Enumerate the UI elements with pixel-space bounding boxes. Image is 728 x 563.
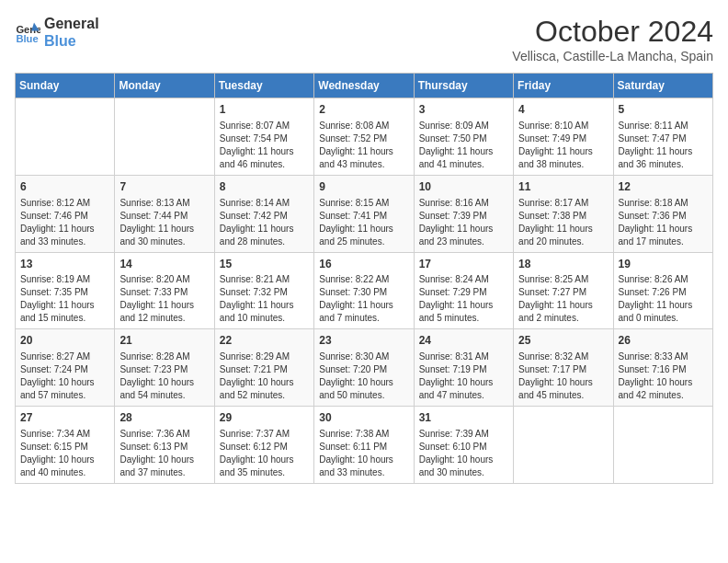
location-subtitle: Vellisca, Castille-La Mancha, Spain: [512, 49, 713, 63]
day-info: Sunrise: 8:25 AMSunset: 7:27 PMDaylight:…: [518, 273, 608, 325]
calendar-day-cell: 3Sunrise: 8:09 AMSunset: 7:50 PMDaylight…: [414, 98, 513, 176]
calendar-week-row: 20Sunrise: 8:27 AMSunset: 7:24 PMDayligh…: [16, 329, 713, 407]
day-number: 14: [119, 257, 209, 272]
day-number: 15: [220, 257, 309, 272]
day-number: 8: [220, 179, 309, 195]
day-info: Sunrise: 8:12 AMSunset: 7:46 PMDaylight:…: [20, 197, 109, 248]
logo-text-blue: Blue: [44, 32, 99, 50]
calendar-day-cell: 21Sunrise: 8:28 AMSunset: 7:23 PMDayligh…: [115, 329, 214, 407]
day-number: 10: [419, 179, 508, 195]
calendar-day-cell: 23Sunrise: 8:30 AMSunset: 7:20 PMDayligh…: [314, 329, 414, 407]
day-info: Sunrise: 8:13 AMSunset: 7:44 PMDaylight:…: [119, 197, 209, 248]
day-info: Sunrise: 8:09 AMSunset: 7:50 PMDaylight:…: [419, 120, 508, 171]
day-info: Sunrise: 8:22 AMSunset: 7:30 PMDaylight:…: [319, 273, 408, 325]
calendar-day-cell: 31Sunrise: 7:39 AMSunset: 6:10 PMDayligh…: [414, 407, 513, 484]
calendar-day-cell: 16Sunrise: 8:22 AMSunset: 7:30 PMDayligh…: [314, 252, 414, 329]
calendar-day-cell: 2Sunrise: 8:08 AMSunset: 7:52 PMDaylight…: [314, 98, 414, 176]
calendar-day-cell: 29Sunrise: 7:37 AMSunset: 6:12 PMDayligh…: [214, 407, 313, 484]
day-number: 13: [20, 257, 109, 272]
day-info: Sunrise: 8:28 AMSunset: 7:23 PMDaylight:…: [119, 350, 209, 402]
page-header: General Blue General Blue October 2024 V…: [15, 15, 713, 63]
title-block: October 2024 Vellisca, Castille-La Manch…: [512, 15, 713, 63]
day-number: 17: [419, 257, 508, 272]
calendar-day-cell: 6Sunrise: 8:12 AMSunset: 7:46 PMDaylight…: [16, 175, 115, 252]
calendar-day-cell: [16, 98, 115, 176]
calendar-day-cell: 18Sunrise: 8:25 AMSunset: 7:27 PMDayligh…: [514, 252, 613, 329]
calendar-day-cell: 30Sunrise: 7:38 AMSunset: 6:11 PMDayligh…: [314, 407, 414, 484]
day-number: 26: [619, 333, 708, 349]
calendar-day-cell: 13Sunrise: 8:19 AMSunset: 7:35 PMDayligh…: [16, 252, 115, 329]
day-number: 25: [518, 333, 608, 349]
calendar-week-row: 6Sunrise: 8:12 AMSunset: 7:46 PMDaylight…: [16, 175, 713, 252]
day-number: 21: [119, 333, 209, 349]
day-info: Sunrise: 8:32 AMSunset: 7:17 PMDaylight:…: [518, 350, 608, 402]
calendar-day-cell: 5Sunrise: 8:11 AMSunset: 7:47 PMDaylight…: [613, 98, 712, 176]
day-number: 20: [20, 333, 109, 349]
day-number: 24: [419, 333, 508, 349]
day-number: 16: [319, 257, 408, 272]
calendar-day-cell: 17Sunrise: 8:24 AMSunset: 7:29 PMDayligh…: [414, 252, 513, 329]
calendar-day-cell: [514, 407, 613, 484]
day-info: Sunrise: 7:36 AMSunset: 6:13 PMDaylight:…: [119, 428, 209, 479]
day-number: 12: [619, 179, 708, 195]
day-info: Sunrise: 8:07 AMSunset: 7:54 PMDaylight:…: [220, 120, 309, 171]
column-header-saturday: Saturday: [613, 74, 712, 98]
day-info: Sunrise: 8:24 AMSunset: 7:29 PMDaylight:…: [419, 273, 508, 325]
logo: General Blue General Blue: [15, 15, 99, 50]
day-number: 27: [20, 410, 109, 426]
column-header-thursday: Thursday: [414, 74, 513, 98]
day-number: 31: [419, 410, 508, 426]
day-number: 29: [220, 410, 309, 426]
day-info: Sunrise: 8:26 AMSunset: 7:26 PMDaylight:…: [619, 273, 708, 325]
day-info: Sunrise: 8:19 AMSunset: 7:35 PMDaylight:…: [20, 273, 109, 325]
day-info: Sunrise: 7:39 AMSunset: 6:10 PMDaylight:…: [419, 428, 508, 479]
day-info: Sunrise: 7:38 AMSunset: 6:11 PMDaylight:…: [319, 428, 408, 479]
day-number: 5: [619, 102, 708, 118]
day-number: 30: [319, 410, 408, 426]
calendar-table: SundayMondayTuesdayWednesdayThursdayFrid…: [15, 73, 713, 484]
calendar-day-cell: 11Sunrise: 8:17 AMSunset: 7:38 PMDayligh…: [514, 175, 613, 252]
calendar-day-cell: [613, 407, 712, 484]
column-header-monday: Monday: [115, 74, 214, 98]
day-number: 2: [319, 102, 408, 118]
calendar-day-cell: 26Sunrise: 8:33 AMSunset: 7:16 PMDayligh…: [613, 329, 712, 407]
day-info: Sunrise: 8:20 AMSunset: 7:33 PMDaylight:…: [119, 273, 209, 325]
calendar-day-cell: 27Sunrise: 7:34 AMSunset: 6:15 PMDayligh…: [16, 407, 115, 484]
day-info: Sunrise: 8:10 AMSunset: 7:49 PMDaylight:…: [518, 120, 608, 171]
day-info: Sunrise: 8:29 AMSunset: 7:21 PMDaylight:…: [220, 350, 309, 402]
day-info: Sunrise: 8:31 AMSunset: 7:19 PMDaylight:…: [419, 350, 508, 402]
day-number: 9: [319, 179, 408, 195]
day-number: 28: [119, 410, 209, 426]
calendar-day-cell: 1Sunrise: 8:07 AMSunset: 7:54 PMDaylight…: [214, 98, 313, 176]
day-number: 7: [119, 179, 209, 195]
day-info: Sunrise: 8:15 AMSunset: 7:41 PMDaylight:…: [319, 197, 408, 248]
day-number: 3: [419, 102, 508, 118]
day-number: 4: [518, 102, 608, 118]
calendar-day-cell: 7Sunrise: 8:13 AMSunset: 7:44 PMDaylight…: [115, 175, 214, 252]
day-info: Sunrise: 8:33 AMSunset: 7:16 PMDaylight:…: [619, 350, 708, 402]
calendar-day-cell: 10Sunrise: 8:16 AMSunset: 7:39 PMDayligh…: [414, 175, 513, 252]
day-info: Sunrise: 8:27 AMSunset: 7:24 PMDaylight:…: [20, 350, 109, 402]
logo-icon: General Blue: [15, 19, 40, 45]
calendar-day-cell: 15Sunrise: 8:21 AMSunset: 7:32 PMDayligh…: [214, 252, 313, 329]
column-header-sunday: Sunday: [16, 74, 115, 98]
day-info: Sunrise: 7:34 AMSunset: 6:15 PMDaylight:…: [20, 428, 109, 479]
calendar-week-row: 13Sunrise: 8:19 AMSunset: 7:35 PMDayligh…: [16, 252, 713, 329]
calendar-day-cell: 24Sunrise: 8:31 AMSunset: 7:19 PMDayligh…: [414, 329, 513, 407]
day-info: Sunrise: 8:16 AMSunset: 7:39 PMDaylight:…: [419, 197, 508, 248]
day-number: 18: [518, 257, 608, 272]
day-info: Sunrise: 8:14 AMSunset: 7:42 PMDaylight:…: [220, 197, 309, 248]
day-info: Sunrise: 8:21 AMSunset: 7:32 PMDaylight:…: [220, 273, 309, 325]
column-header-wednesday: Wednesday: [314, 74, 414, 98]
day-info: Sunrise: 8:17 AMSunset: 7:38 PMDaylight:…: [518, 197, 608, 248]
calendar-day-cell: 22Sunrise: 8:29 AMSunset: 7:21 PMDayligh…: [214, 329, 313, 407]
svg-text:Blue: Blue: [16, 33, 38, 44]
calendar-day-cell: 4Sunrise: 8:10 AMSunset: 7:49 PMDaylight…: [514, 98, 613, 176]
day-number: 23: [319, 333, 408, 349]
day-info: Sunrise: 8:18 AMSunset: 7:36 PMDaylight:…: [619, 197, 708, 248]
calendar-day-cell: 12Sunrise: 8:18 AMSunset: 7:36 PMDayligh…: [613, 175, 712, 252]
day-info: Sunrise: 8:11 AMSunset: 7:47 PMDaylight:…: [619, 120, 708, 171]
column-header-tuesday: Tuesday: [214, 74, 313, 98]
calendar-week-row: 27Sunrise: 7:34 AMSunset: 6:15 PMDayligh…: [16, 407, 713, 484]
calendar-day-cell: 9Sunrise: 8:15 AMSunset: 7:41 PMDaylight…: [314, 175, 414, 252]
